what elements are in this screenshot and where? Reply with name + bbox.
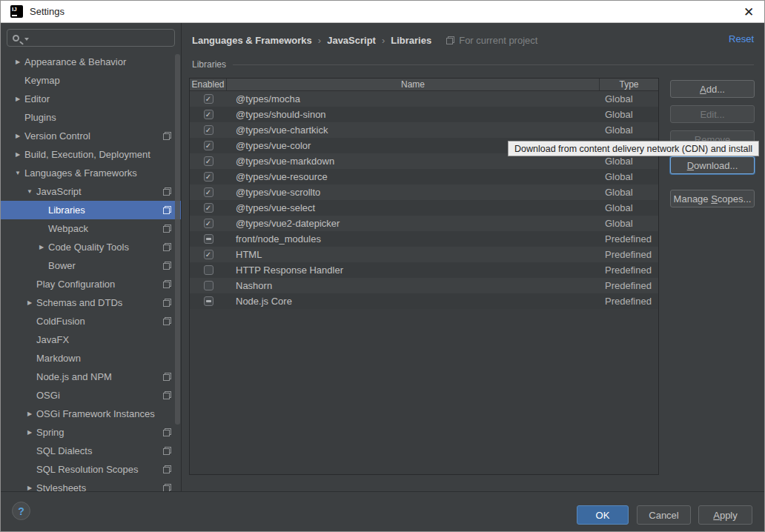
close-icon[interactable]: ✕ — [739, 2, 758, 21]
library-row[interactable]: front/node_modulesPredefined — [190, 231, 658, 247]
library-row[interactable]: ✓HTMLPredefined — [190, 247, 658, 262]
breadcrumb-item-libraries[interactable]: Libraries — [391, 35, 431, 46]
enabled-cell: ✓ — [190, 250, 227, 259]
library-row[interactable]: ✓@types/vue-resourceGlobal — [190, 169, 658, 184]
per-project-settings-icon — [163, 243, 171, 251]
library-row[interactable]: ✓@types/vue-selectGlobal — [190, 200, 658, 216]
library-enabled-checkbox[interactable] — [204, 234, 213, 244]
manage-scopes-button[interactable]: Manage Scopes... — [670, 190, 755, 207]
tree-collapse-icon[interactable]: ▼ — [11, 170, 24, 176]
tree-collapse-icon[interactable]: ▼ — [23, 188, 36, 195]
library-name: @types/vue-chartkick — [227, 124, 600, 136]
library-enabled-checkbox[interactable]: ✓ — [204, 110, 213, 119]
library-enabled-checkbox[interactable]: ✓ — [204, 156, 213, 166]
library-row[interactable]: Node.js CorePredefined — [190, 293, 658, 309]
tree-expand-icon[interactable]: ▶ — [23, 410, 36, 417]
sidebar-item-javafx[interactable]: JavaFX — [1, 330, 181, 349]
per-project-settings-icon — [163, 206, 171, 214]
tree-expand-icon[interactable]: ▶ — [11, 59, 24, 65]
library-enabled-checkbox[interactable]: ✓ — [204, 94, 213, 104]
library-type: Global — [600, 218, 658, 229]
library-row[interactable]: NashornPredefined — [190, 278, 658, 293]
sidebar-item-libraries[interactable]: Libraries — [1, 201, 181, 219]
sidebar-item-build-execution-deployment[interactable]: ▶Build, Execution, Deployment — [1, 145, 181, 164]
library-type: Predefined — [600, 233, 658, 245]
sidebar-item-sql-resolution-scopes[interactable]: SQL Resolution Scopes — [1, 460, 181, 479]
library-name: HTML — [227, 249, 600, 260]
library-type: Predefined — [600, 265, 658, 276]
tree-expand-icon[interactable]: ▶ — [35, 244, 48, 250]
sidebar-item-spring[interactable]: ▶Spring — [1, 423, 181, 442]
edit-button: Edit... — [670, 105, 755, 123]
sidebar-item-node-js-and-npm[interactable]: Node.js and NPM — [1, 368, 181, 386]
sidebar-item-stylesheets[interactable]: ▶Stylesheets — [1, 479, 181, 492]
sidebar-item-javascript[interactable]: ▼JavaScript — [1, 182, 181, 201]
tree-expand-icon[interactable]: ▶ — [11, 151, 24, 158]
library-enabled-checkbox[interactable]: ✓ — [204, 250, 213, 259]
sidebar-item-version-control[interactable]: ▶Version Control — [1, 127, 181, 145]
library-enabled-checkbox[interactable]: ✓ — [204, 187, 213, 197]
library-row[interactable]: ✓@types/mochaGlobal — [190, 91, 658, 107]
download-button[interactable]: Download... — [670, 156, 755, 174]
sidebar-scrollbar-thumb[interactable] — [175, 54, 180, 425]
library-enabled-checkbox[interactable] — [204, 281, 213, 290]
sidebar-item-plugins[interactable]: Plugins — [1, 108, 181, 127]
sidebar-item-languages-frameworks[interactable]: ▼Languages & Frameworks — [1, 164, 181, 182]
settings-search-box[interactable] — [7, 29, 175, 47]
library-row[interactable]: HTTP Response HandlerPredefined — [190, 262, 658, 278]
tree-expand-icon[interactable]: ▶ — [11, 133, 24, 139]
cancel-button[interactable]: Cancel — [637, 505, 691, 525]
add-button[interactable]: Add... — [670, 80, 755, 98]
sidebar-item-editor[interactable]: ▶Editor — [1, 90, 181, 108]
current-project-scope: For current project — [446, 35, 537, 46]
library-enabled-checkbox[interactable]: ✓ — [204, 125, 213, 135]
apply-button[interactable]: Apply — [698, 505, 752, 525]
sidebar-item-label: Version Control — [24, 130, 90, 142]
library-row[interactable]: ✓@types/should-sinonGlobal — [190, 107, 658, 122]
library-enabled-checkbox[interactable]: ✓ — [204, 141, 213, 150]
sidebar-item-label: JavaScript — [36, 186, 82, 197]
sidebar-item-play-configuration[interactable]: Play Configuration — [1, 275, 181, 293]
library-type: Predefined — [600, 249, 658, 260]
per-project-settings-icon — [163, 187, 171, 196]
group-label: Libraries — [192, 59, 226, 70]
sidebar-item-bower[interactable]: Bower — [1, 256, 181, 275]
breadcrumb-item-languages-frameworks[interactable]: Languages & Frameworks — [192, 35, 312, 46]
sidebar-item-sql-dialects[interactable]: SQL Dialects — [1, 442, 181, 460]
sidebar-item-appearance-behavior[interactable]: ▶Appearance & Behavior — [1, 53, 181, 71]
library-enabled-checkbox[interactable]: ✓ — [204, 203, 213, 213]
sidebar-item-osgi-framework-instances[interactable]: ▶OSGi Framework Instances — [1, 405, 181, 423]
tree-expand-icon[interactable]: ▶ — [23, 299, 36, 306]
search-input[interactable] — [32, 30, 174, 45]
download-tooltip: Download from content delivery network (… — [508, 141, 759, 156]
sidebar-item-keymap[interactable]: Keymap — [1, 71, 181, 90]
sidebar-item-webpack[interactable]: Webpack — [1, 219, 181, 238]
sidebar-item-markdown[interactable]: Markdown — [1, 349, 181, 368]
library-enabled-checkbox[interactable] — [204, 296, 213, 306]
library-enabled-checkbox[interactable] — [204, 265, 213, 275]
sidebar-item-code-quality-tools[interactable]: ▶Code Quality Tools — [1, 238, 181, 256]
sidebar-item-osgi[interactable]: OSGi — [1, 386, 181, 405]
per-project-settings-icon — [163, 373, 171, 381]
enabled-cell: ✓ — [190, 203, 227, 213]
per-project-settings-icon — [163, 299, 171, 307]
sidebar-item-label: Play Configuration — [36, 279, 115, 290]
tree-expand-icon[interactable]: ▶ — [23, 485, 36, 491]
tree-expand-icon[interactable]: ▶ — [23, 429, 36, 436]
tree-expand-icon[interactable]: ▶ — [11, 96, 24, 102]
ok-button[interactable]: OK — [577, 505, 629, 525]
sidebar-item-coldfusion[interactable]: ColdFusion — [1, 312, 181, 330]
library-enabled-checkbox[interactable]: ✓ — [204, 172, 213, 182]
window-title: Settings — [30, 6, 64, 17]
library-row[interactable]: ✓@types/vue-chartkickGlobal — [190, 122, 658, 138]
sidebar-item-label: Code Quality Tools — [48, 242, 129, 253]
library-name: @types/vue-markdown — [227, 156, 600, 167]
search-options-chevron-icon[interactable] — [24, 38, 29, 41]
library-row[interactable]: ✓@types/vue-scrolltoGlobal — [190, 184, 658, 200]
library-enabled-checkbox[interactable]: ✓ — [204, 219, 213, 228]
breadcrumb-item-javascript[interactable]: JavaScript — [327, 35, 376, 46]
sidebar-item-schemas-and-dtds[interactable]: ▶Schemas and DTDs — [1, 293, 181, 312]
help-button[interactable]: ? — [12, 502, 30, 520]
library-row[interactable]: ✓@types/vue2-datepickerGlobal — [190, 216, 658, 231]
library-name: HTTP Response Handler — [227, 265, 600, 276]
